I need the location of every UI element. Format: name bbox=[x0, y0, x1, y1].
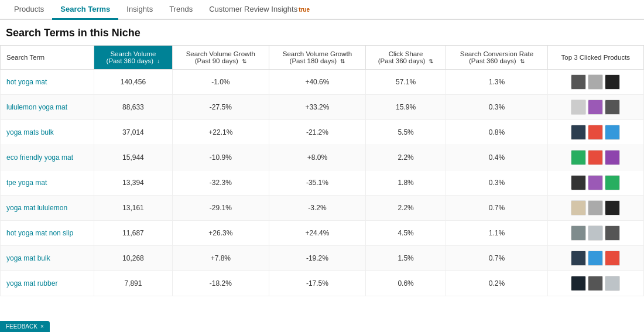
tab-search-terms[interactable]: Search Terms bbox=[52, 0, 118, 20]
product-thumb[interactable] bbox=[605, 225, 620, 241]
volume-cell: 13,394 bbox=[94, 170, 173, 196]
table-row: hot yoga mat non slip11,687+26.3%+24.4%4… bbox=[1, 221, 644, 246]
product-thumb[interactable] bbox=[605, 125, 620, 140]
search-term-cell[interactable]: hot yoga mat bbox=[1, 70, 94, 95]
product-thumb[interactable] bbox=[571, 150, 586, 165]
table-row: yoga mats bulk37,014+22.1%-21.2%5.5%0.8% bbox=[1, 120, 644, 145]
product-thumb[interactable] bbox=[588, 276, 603, 291]
table-row: tpe yoga mat13,394-32.3%-35.1%1.8%0.3% bbox=[1, 170, 644, 196]
growth90-cell: +22.1% bbox=[172, 120, 269, 145]
product-thumb[interactable] bbox=[571, 100, 586, 115]
product-thumb[interactable] bbox=[605, 100, 620, 115]
volume-cell: 140,456 bbox=[94, 70, 173, 95]
growth180-cell: -19.2% bbox=[269, 246, 365, 271]
product-thumb[interactable] bbox=[588, 175, 603, 190]
conv-rate-cell: 0.7% bbox=[446, 246, 547, 271]
growth90-cell: +7.8% bbox=[172, 246, 269, 271]
product-thumb[interactable] bbox=[588, 200, 603, 215]
nav-tabs: Products Search Terms Insights Trends Cu… bbox=[0, 0, 644, 20]
sort-icon-volume: ↓ bbox=[157, 58, 160, 64]
product-thumbs-cell bbox=[547, 145, 643, 170]
search-term-cell[interactable]: lululemon yoga mat bbox=[1, 95, 94, 120]
product-thumbs-cell bbox=[547, 246, 643, 271]
growth180-cell: +24.4% bbox=[269, 221, 365, 246]
volume-cell: 37,014 bbox=[94, 120, 173, 145]
product-thumb[interactable] bbox=[571, 200, 586, 215]
table-row: lululemon yoga mat88,633-27.5%+33.2%15.9… bbox=[1, 95, 644, 120]
col-header-conversion-rate[interactable]: Search Conversion Rate (Past 360 days) ⇅ bbox=[446, 46, 547, 70]
product-thumb[interactable] bbox=[588, 225, 603, 241]
search-term-cell[interactable]: tpe yoga mat bbox=[1, 170, 94, 196]
table-row: yoga mat lululemon13,161-29.1%-3.2%2.2%0… bbox=[1, 196, 644, 221]
col-header-top-products: Top 3 Clicked Products bbox=[547, 46, 643, 70]
page-title: Search Terms in this Niche bbox=[0, 20, 644, 45]
growth180-cell: +33.2% bbox=[269, 95, 365, 120]
growth90-cell: -32.3% bbox=[172, 170, 269, 196]
product-thumb[interactable] bbox=[605, 251, 620, 266]
product-thumb[interactable] bbox=[605, 150, 620, 165]
conv-rate-cell: 0.7% bbox=[446, 196, 547, 221]
product-thumb[interactable] bbox=[605, 200, 620, 215]
table-row: eco friendly yoga mat15,944-10.9%+8.0%2.… bbox=[1, 145, 644, 170]
growth180-cell: +40.6% bbox=[269, 70, 365, 95]
click-share-cell: 0.6% bbox=[365, 271, 446, 296]
col-header-search-term: Search Term bbox=[1, 46, 94, 70]
click-share-cell: 2.2% bbox=[365, 145, 446, 170]
sort-icon-growth90: ⇅ bbox=[242, 58, 246, 64]
tab-trends[interactable]: Trends bbox=[161, 0, 201, 20]
product-thumb[interactable] bbox=[571, 251, 586, 266]
volume-cell: 7,891 bbox=[94, 271, 173, 296]
product-thumb[interactable] bbox=[605, 175, 620, 190]
col-header-click-share[interactable]: Click Share (Past 360 days) ⇅ bbox=[365, 46, 446, 70]
search-term-cell[interactable]: yoga mats bulk bbox=[1, 120, 94, 145]
volume-cell: 13,161 bbox=[94, 196, 173, 221]
growth90-cell: -1.0% bbox=[172, 70, 269, 95]
product-thumb[interactable] bbox=[588, 150, 603, 165]
search-term-cell[interactable]: eco friendly yoga mat bbox=[1, 145, 94, 170]
search-term-cell[interactable]: yoga mat lululemon bbox=[1, 196, 94, 221]
product-thumb[interactable] bbox=[605, 276, 620, 291]
col-header-growth-180[interactable]: Search Volume Growth (Past 180 days) ⇅ bbox=[269, 46, 365, 70]
search-term-cell[interactable]: hot yoga mat non slip bbox=[1, 221, 94, 246]
growth90-cell: -18.2% bbox=[172, 271, 269, 296]
growth90-cell: -29.1% bbox=[172, 196, 269, 221]
product-thumbs-cell bbox=[547, 95, 643, 120]
product-thumbs-cell bbox=[547, 120, 643, 145]
growth90-cell: +26.3% bbox=[172, 221, 269, 246]
product-thumb[interactable] bbox=[571, 74, 586, 90]
growth180-cell: -21.2% bbox=[269, 120, 365, 145]
product-thumb[interactable] bbox=[571, 175, 586, 190]
click-share-cell: 1.5% bbox=[365, 246, 446, 271]
product-thumb[interactable] bbox=[605, 74, 620, 90]
product-thumb[interactable] bbox=[588, 74, 603, 90]
product-thumb[interactable] bbox=[588, 100, 603, 115]
product-thumb[interactable] bbox=[588, 251, 603, 266]
growth180-cell: +8.0% bbox=[269, 145, 365, 170]
sort-icon-clickshare: ⇅ bbox=[429, 58, 433, 64]
col-header-search-volume[interactable]: Search Volume (Past 360 days) ↓ bbox=[94, 46, 173, 70]
product-thumb[interactable] bbox=[571, 276, 586, 291]
product-thumb[interactable] bbox=[571, 125, 586, 140]
search-term-cell[interactable]: yoga mat rubber bbox=[1, 271, 94, 296]
product-thumbs-cell bbox=[547, 221, 643, 246]
volume-cell: 88,633 bbox=[94, 95, 173, 120]
table-row: hot yoga mat140,456-1.0%+40.6%57.1%1.3% bbox=[1, 70, 644, 95]
tab-products[interactable]: Products bbox=[6, 0, 52, 20]
product-thumb[interactable] bbox=[571, 225, 586, 241]
conv-rate-cell: 0.3% bbox=[446, 170, 547, 196]
growth180-cell: -3.2% bbox=[269, 196, 365, 221]
tab-customer-review[interactable]: Customer Review Insightstrue bbox=[201, 0, 318, 20]
search-term-cell[interactable]: yoga mat bulk bbox=[1, 246, 94, 271]
product-thumbs-cell bbox=[547, 271, 643, 296]
click-share-cell: 15.9% bbox=[365, 95, 446, 120]
product-thumbs-cell bbox=[547, 70, 643, 95]
volume-cell: 10,268 bbox=[94, 246, 173, 271]
tab-insights[interactable]: Insights bbox=[118, 0, 161, 20]
conv-rate-cell: 0.3% bbox=[446, 95, 547, 120]
product-thumbs-cell bbox=[547, 196, 643, 221]
growth180-cell: -35.1% bbox=[269, 170, 365, 196]
product-thumb[interactable] bbox=[588, 125, 603, 140]
col-header-growth-90[interactable]: Search Volume Growth (Past 90 days) ⇅ bbox=[172, 46, 269, 70]
table-row: yoga mat rubber7,891-18.2%-17.5%0.6%0.2% bbox=[1, 271, 644, 296]
conv-rate-cell: 0.8% bbox=[446, 120, 547, 145]
